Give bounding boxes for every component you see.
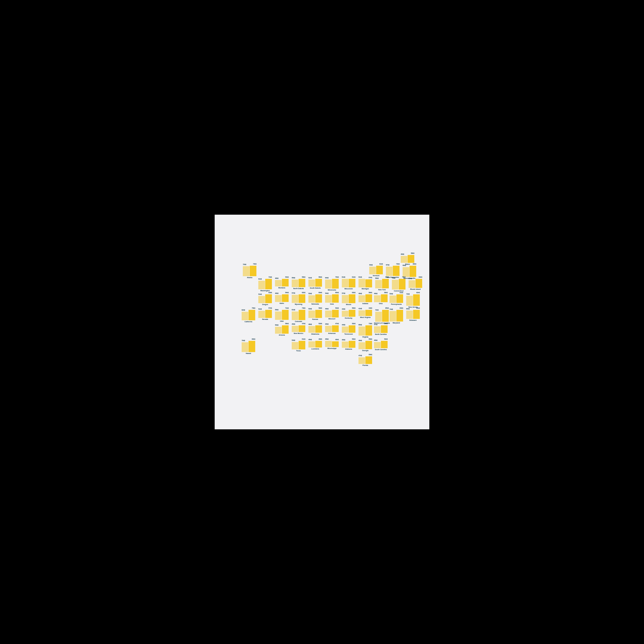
state-cell-oklahoma: 48k$52k$Oklahoma: [308, 322, 322, 335]
state-cell-north-carolina: 47k$54k$North Carolina: [374, 322, 388, 335]
val-2014: 59k$: [275, 309, 278, 311]
state-label-south-dakota: South Dakota: [310, 287, 321, 289]
state-label-south-carolina: South Carolina: [375, 349, 387, 351]
state-cell-colorado: 61k$73k$Colorado: [292, 306, 305, 322]
val-2018: 59k$: [285, 323, 289, 324]
val-2014: 61k$: [258, 278, 262, 280]
val-2018: 64k$: [419, 276, 422, 278]
state-cell-kentucky: 43k$50k$Kentucky: [342, 306, 355, 319]
state-label-maine: Maine: [405, 263, 410, 265]
val-2014: 61k$: [358, 276, 362, 278]
state-label-florida: Florida: [363, 364, 368, 366]
val-2018: 75k$: [252, 307, 255, 309]
state-cell-oregon: 51k$63k$Oregon: [258, 291, 272, 306]
val-2018: 71k$: [285, 307, 289, 309]
val-2014: 43k$: [342, 308, 345, 310]
state-cell-wisconsin: 61k$61k$Wisconsin: [342, 275, 355, 290]
state-label-north-carolina: North Carolina: [375, 333, 387, 335]
val-2014: 45k$: [325, 338, 328, 340]
state-cell-indiana: 49k$56k$Indiana: [358, 291, 372, 305]
val-2014: 55k$: [409, 278, 412, 279]
val-2018: 52k$: [352, 323, 355, 324]
val-2014: 45k$: [325, 323, 328, 325]
state-cell-virginia: 65k$73k$Virginia: [358, 322, 372, 338]
state-label-pennsylvania: Pennsylvania: [391, 303, 402, 305]
val-2018: 61k$: [379, 263, 383, 265]
state-label-mississippi: Mississippi: [327, 348, 337, 349]
state-cell-new-jersey: 72k$82k$New Jersey: [406, 291, 420, 308]
val-2018: 56k$: [411, 252, 414, 254]
state-label-georgia: Georgia: [362, 350, 368, 352]
state-cell-vermont: 54k$61k$Vermont: [369, 262, 383, 277]
val-2014: 53k$: [308, 308, 312, 310]
val-2018: 60k$: [319, 292, 322, 293]
val-2018: 48k$: [319, 338, 322, 340]
state-cell-mississippi: 45k$40k$Mississippi: [325, 338, 339, 349]
val-2014: 53k$: [390, 293, 393, 295]
val-2018: 63k$: [269, 292, 272, 293]
state-label-new-york: New York: [378, 289, 386, 291]
val-2014: 57k$: [292, 292, 295, 294]
state-label-rhode-island: Rhode Island: [410, 288, 421, 290]
state-label-wisconsin: Wisconsin: [344, 288, 353, 290]
val-2014: 45k$: [308, 339, 312, 340]
val-2014: 59k$: [375, 277, 379, 279]
state-cell-missouri: 49k$54k$Missouri: [325, 306, 339, 320]
val-2014: 65k$: [358, 324, 362, 326]
state-cell-district-columbia: 72k$85k$District of Columbia: [374, 306, 390, 324]
val-2014: 47k$: [374, 324, 377, 325]
state-label-nebraska: Nebraska: [312, 303, 319, 305]
state-label-california: California: [244, 321, 252, 323]
state-cell-nevada: 51k$57k$Nevada: [258, 306, 272, 320]
val-2018: 82k$: [416, 292, 420, 293]
state-cell-michigan: 61k$57k$Michigan: [358, 275, 372, 290]
val-2018: 61k$: [352, 276, 355, 278]
state-label-indiana: Indiana: [362, 303, 368, 305]
val-2014: 49k$: [275, 292, 278, 294]
val-2014: 46k$: [275, 277, 278, 279]
state-label-north-dakota: North Dakota: [293, 288, 304, 290]
val-2018: 54k$: [285, 292, 289, 293]
val-2014: 57k$: [342, 292, 345, 294]
state-cell-kansas: 53k$58k$Kansas: [308, 306, 322, 320]
val-2018: 61k$: [302, 338, 305, 340]
state-label-iowa: Iowa: [330, 303, 334, 305]
val-2018: 76k$: [402, 276, 405, 278]
val-2018: 47k$: [302, 323, 305, 324]
val-2018: 50k$: [352, 338, 355, 340]
page: 72k$74k$Alaska61k$74k$Washington46k$54k$…: [215, 215, 429, 429]
val-2014: 49k$: [358, 340, 362, 341]
val-2018: 73k$: [369, 323, 372, 324]
state-label-michigan: Michigan: [362, 288, 369, 290]
val-2018: 54k$: [384, 323, 388, 324]
val-2014: 49k$: [325, 308, 328, 310]
state-label-arkansas: Arkansas: [328, 332, 336, 334]
state-cell-alaska: 72k$74k$Alaska: [243, 262, 256, 279]
val-2018: 57k$: [369, 277, 372, 278]
state-label-missouri: Missouri: [328, 318, 335, 320]
val-2018: 56k$: [319, 276, 322, 278]
state-cell-washington: 61k$74k$Washington: [258, 275, 272, 292]
val-2018: 68k$: [385, 276, 389, 278]
val-2014: 61k$: [292, 309, 295, 311]
val-2018: 83k$: [400, 307, 403, 309]
state-cell-minnesota: 64k$70k$Minnesota: [325, 275, 339, 291]
state-cell-pennsylvania: 53k$61k$Pennsylvania: [390, 291, 403, 305]
state-cell-ohio: 49k$56k$Ohio: [374, 291, 388, 305]
val-2018: 56k$: [369, 292, 372, 293]
state-cell-connecticut: 70k$76k$Connecticut: [392, 275, 405, 292]
state-label-kansas: Kansas: [312, 318, 318, 320]
val-2018: 54k$: [285, 276, 289, 278]
state-cell-idaho: 49k$54k$Idaho: [275, 291, 289, 304]
val-2018: 59k$: [369, 338, 372, 340]
state-label-kentucky: Kentucky: [345, 317, 353, 319]
state-cell-maryland: 74k$83k$Maryland: [390, 306, 403, 324]
state-label-illinois: Illinois: [346, 304, 351, 306]
val-2014: 54k$: [325, 292, 328, 294]
state-cell-south-carolina: 45k$52k$South Carolina: [374, 338, 388, 351]
val-2014: 54k$: [369, 264, 373, 266]
val-2014: 47k$: [358, 355, 362, 356]
val-2014: 72k$: [375, 309, 379, 311]
val-2014: 51k$: [258, 293, 262, 295]
val-2018: 50k$: [352, 307, 355, 309]
